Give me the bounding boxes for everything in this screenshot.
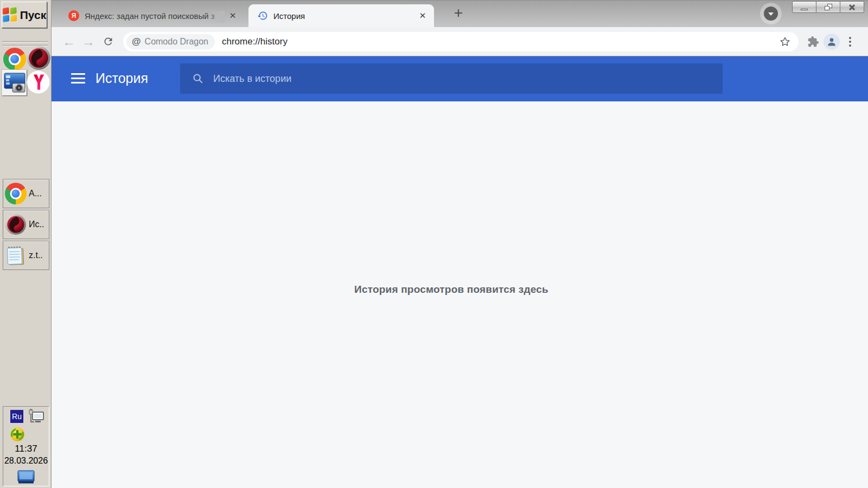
quicklaunch-yandex-browser-icon[interactable]: [27, 70, 50, 96]
taskbar-button-notepad[interactable]: z.t..: [3, 241, 49, 270]
security-icon[interactable]: [10, 427, 25, 444]
window-controls: ✕: [793, 1, 864, 13]
taskbar-button-label: z.t..: [29, 251, 43, 260]
restore-button[interactable]: [816, 1, 840, 13]
comodo-dragon-icon: @: [132, 36, 141, 47]
taskbar-separator: [2, 41, 48, 42]
tab-title: История: [273, 11, 417, 21]
tab-list-dropdown-button[interactable]: [760, 3, 782, 24]
comodo-dragon-icon: [5, 214, 27, 235]
history-page-content: История просмотров появится здесь: [52, 101, 868, 488]
reload-button[interactable]: [98, 32, 118, 52]
tab-strip: Я Яндекс: задан пустой поисковый з ✕ Ист…: [52, 0, 868, 27]
history-clock-favicon: [257, 10, 268, 21]
taskbar-button-label: А...: [29, 189, 42, 198]
tab-close-icon[interactable]: ✕: [417, 10, 429, 22]
taskbar-button-chrome[interactable]: А...: [3, 179, 49, 208]
display-settings-icon[interactable]: [17, 470, 35, 486]
history-search-input[interactable]: [213, 73, 674, 85]
history-empty-message: История просмотров появится здесь: [180, 101, 723, 296]
quicklaunch-chrome-icon[interactable]: [3, 48, 26, 70]
address-bar[interactable]: @ Comodo Dragon chrome://history: [123, 32, 799, 52]
site-info-chip[interactable]: @ Comodo Dragon: [126, 34, 215, 49]
history-search-box[interactable]: [180, 63, 723, 94]
taskbar-button-label: Ис..: [29, 220, 44, 229]
back-button[interactable]: ←: [59, 32, 79, 52]
minimize-button[interactable]: [792, 1, 816, 13]
forward-button[interactable]: →: [79, 32, 98, 52]
tray-clock-date[interactable]: 28.03.2026: [3, 456, 49, 466]
reload-icon: [103, 36, 114, 47]
extensions-puzzle-icon[interactable]: [804, 33, 822, 51]
chrome-icon: [5, 183, 27, 204]
quicklaunch-comodo-dragon-icon[interactable]: [26, 46, 51, 73]
bookmark-star-icon[interactable]: [776, 33, 794, 51]
notepad-icon: [4, 243, 27, 267]
chevron-down-icon: [764, 7, 778, 21]
profile-avatar[interactable]: [822, 33, 841, 51]
tab-yandex[interactable]: Я Яндекс: задан пустой поисковый з ✕: [60, 4, 244, 27]
browser-menu-button[interactable]: [841, 33, 859, 51]
three-dots-icon: [849, 37, 851, 47]
tray-clock-time[interactable]: 11:37: [3, 444, 49, 454]
hamburger-menu-icon[interactable]: [71, 73, 85, 84]
history-page-toolbar: История: [52, 56, 868, 101]
start-button-label: Пуск: [20, 9, 46, 22]
network-icon[interactable]: [28, 409, 45, 427]
close-button[interactable]: ✕: [840, 1, 864, 13]
new-tab-button[interactable]: +: [450, 5, 467, 21]
quicklaunch-screenshot-tool-icon[interactable]: [2, 70, 27, 96]
search-icon: [192, 73, 204, 85]
browser-toolbar: ← → @ Comodo Dragon chrome://history: [52, 27, 868, 56]
tab-title: Яндекс: задан пустой поисковый з: [85, 11, 227, 21]
taskbar-button-comodo-history[interactable]: Ис..: [3, 210, 49, 239]
yandex-favicon: Я: [68, 10, 79, 21]
system-tray: Ru: [3, 406, 49, 486]
tab-close-icon[interactable]: ✕: [227, 10, 239, 22]
history-page-title: История: [95, 70, 148, 86]
tab-title-fade: [206, 11, 225, 23]
taskbar: Пуск: [0, 0, 52, 488]
url-text[interactable]: chrome://history: [222, 36, 776, 47]
tab-history-active[interactable]: История ✕: [248, 4, 434, 27]
browser-window: Я Яндекс: задан пустой поисковый з ✕ Ист…: [52, 0, 868, 488]
windows-logo-icon: [2, 7, 18, 23]
language-indicator[interactable]: Ru: [10, 410, 23, 423]
site-chip-label: Comodo Dragon: [145, 37, 208, 47]
start-button[interactable]: Пуск: [2, 2, 47, 28]
